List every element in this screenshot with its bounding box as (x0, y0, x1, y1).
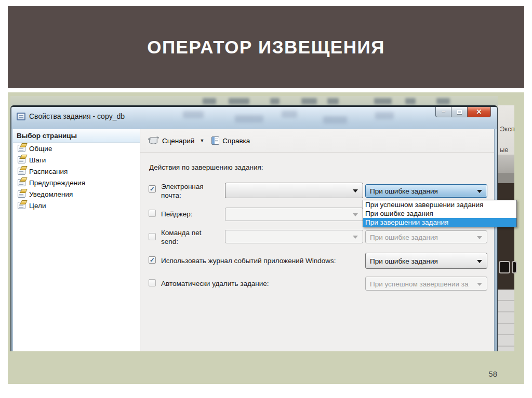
minimize-button[interactable]: – (435, 107, 451, 117)
sidebar-item-schedules[interactable]: Расписания (13, 166, 140, 177)
minimize-icon: – (442, 109, 445, 113)
job-properties-icon (17, 113, 25, 120)
close-button[interactable]: ✕ (467, 107, 491, 117)
eventlog-condition-dropdown[interactable]: При ошибке задания (365, 253, 487, 269)
email-label: Электронная почта: (161, 182, 219, 200)
dropdown-option[interactable]: При успешном завершении задания (363, 200, 516, 209)
chevron-down-icon (353, 189, 358, 193)
email-operator-combobox[interactable] (225, 183, 363, 198)
chevron-down-icon (353, 213, 358, 216)
condition-dropdown-list: При успешном завершении задания При ошиб… (363, 200, 517, 227)
maximize-icon (457, 110, 462, 114)
sidebar-item-alerts[interactable]: Предупреждения (13, 177, 140, 188)
dialog-left-edge (11, 129, 13, 351)
sidebar-item-targets[interactable]: Цели (13, 200, 140, 211)
page-icon (18, 190, 25, 198)
screenshot-region: Эксп ые Свойства задания - copy_db – (10, 96, 514, 351)
autodelete-checkbox[interactable] (149, 279, 156, 286)
close-icon: ✕ (476, 108, 482, 116)
dropdown-option[interactable]: При ошибке задания (363, 209, 516, 218)
sidebar-item-steps[interactable]: Шаги (13, 154, 140, 166)
section-label: Действия по завершению задания: (149, 163, 263, 171)
page-number: 58 (488, 369, 497, 378)
netsend-operator-combobox[interactable] (225, 230, 363, 243)
slide-body: Эксп ые Свойства задания - copy_db – (8, 92, 524, 384)
dialog-toolbar: Сценарий ▼ Справка (140, 129, 494, 153)
email-condition-dropdown[interactable]: При ошибке задания (365, 184, 487, 198)
eventlog-checkbox[interactable]: ✓ (149, 256, 156, 264)
pager-label: Пейджер: (161, 210, 192, 218)
autodelete-condition-dropdown[interactable]: При успешном завершении за (365, 277, 487, 291)
page-icon (18, 145, 25, 152)
background-right-strip: Эксп ые (498, 105, 514, 351)
dialog-titlebar[interactable]: Свойства задания - copy_db (11, 107, 497, 129)
chevron-down-icon (477, 283, 482, 286)
help-button[interactable]: Справка (211, 136, 250, 145)
pager-operator-combobox[interactable] (225, 208, 363, 221)
keyboard-key-photo (499, 261, 510, 273)
netsend-checkbox[interactable] (149, 233, 156, 240)
script-label: Сценарий (162, 137, 194, 145)
chevron-down-icon (477, 190, 482, 193)
script-button[interactable]: Сценарий ▼ (148, 136, 204, 145)
notifications-page: Сценарий ▼ Справка Действия по завершени… (140, 129, 494, 351)
page-icon (18, 202, 25, 209)
script-icon (148, 136, 159, 145)
background-grid-rows (498, 290, 514, 351)
check-icon: ✓ (150, 186, 155, 192)
window-controls: – ✕ (435, 107, 491, 117)
keyboard-key-photo (512, 261, 517, 273)
check-icon: ✓ (150, 257, 155, 263)
sidebar-item-notifications[interactable]: Уведомления (13, 188, 140, 200)
background-panel: Эксп ые (498, 105, 514, 155)
dropdown-option-selected[interactable]: При завершении задания (363, 218, 516, 227)
chevron-down-icon (353, 236, 358, 239)
page-icon (18, 179, 25, 186)
background-text-fragment: Эксп (500, 125, 515, 133)
chevron-down-icon (477, 260, 482, 263)
job-properties-dialog: Свойства задания - copy_db – ✕ Выбор стр… (10, 105, 498, 351)
eventlog-label: Использовать журнал событий приложений W… (161, 256, 336, 265)
dialog-title: Свойства задания - copy_db (29, 112, 125, 120)
page-icon (18, 168, 25, 175)
slide-header: ОПЕРАТОР ИЗВЕЩЕНИЯ (8, 6, 524, 88)
background-text-fragment: ые (500, 146, 509, 154)
slide-title: ОПЕРАТОР ИЗВЕЩЕНИЯ (147, 37, 385, 58)
help-icon (211, 136, 219, 145)
netsend-condition-dropdown[interactable]: При ошибке задания (365, 230, 487, 243)
netsend-label: Команда net send: (161, 228, 213, 246)
sidebar-header: Выбор страницы (13, 129, 140, 143)
autodelete-label: Автоматически удалить задание: (161, 279, 269, 288)
page-icon (18, 156, 25, 163)
maximize-button[interactable] (451, 107, 467, 117)
page-selector-sidebar: Выбор страницы Общие Шаги Расписания Пре… (13, 129, 140, 351)
pager-checkbox[interactable] (149, 210, 156, 217)
help-label: Справка (222, 137, 250, 145)
email-checkbox[interactable]: ✓ (149, 185, 156, 193)
sidebar-item-general[interactable]: Общие (13, 143, 140, 154)
chevron-down-icon (477, 236, 482, 239)
dialog-right-edge (494, 129, 497, 351)
chevron-down-icon: ▼ (200, 138, 204, 143)
background-wallpaper (498, 183, 514, 290)
